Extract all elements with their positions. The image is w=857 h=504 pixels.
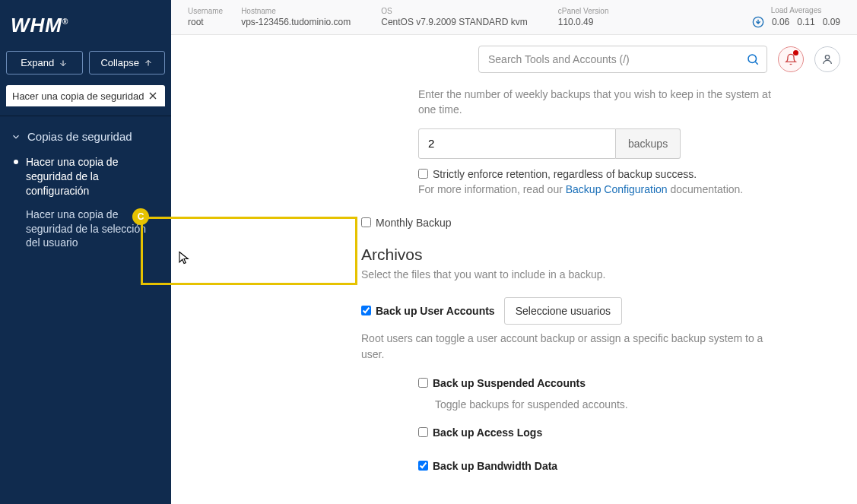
monthly-backup-row: Monthly Backup: [361, 215, 776, 230]
backup-suspended-checkbox[interactable]: [418, 378, 428, 388]
user-icon: [821, 53, 833, 65]
select-users-button[interactable]: Seleccione usuarios: [504, 297, 622, 325]
strict-retention-checkbox[interactable]: [418, 169, 428, 179]
topbar-hostname: Hostname vps-123456.tudominio.com: [241, 7, 351, 27]
backup-config-link[interactable]: Backup Configuration: [566, 183, 668, 195]
close-icon[interactable]: [147, 90, 159, 102]
bullet-icon: [14, 160, 18, 164]
bullet-icon: [14, 212, 18, 217]
main: Username root Hostname vps-123456.tudomi…: [171, 0, 857, 504]
backup-bandwidth-checkbox[interactable]: [418, 461, 428, 471]
svg-line-2: [755, 62, 757, 64]
files-heading: Archivos: [361, 246, 776, 264]
backup-suspended-label[interactable]: Back up Suspended Accounts: [433, 376, 586, 391]
expand-button[interactable]: Expand: [6, 51, 83, 74]
chevron-down-icon: [11, 132, 21, 142]
sidebar: WHM® Expand Collapse Hacer una copia de …: [0, 0, 171, 504]
topbar: Username root Hostname vps-123456.tudomi…: [171, 0, 857, 35]
arrow-up-icon: [144, 59, 153, 68]
search-input[interactable]: [478, 46, 767, 73]
nav-item-backup-config[interactable]: Hacer una copia de seguridad de la confi…: [9, 151, 162, 203]
strict-retention-row: Strictly enforce retention, regardless o…: [418, 166, 776, 182]
root-users-note: Root users can toggle a user account bac…: [361, 331, 776, 362]
callout-badge: C: [132, 208, 149, 225]
suspended-desc: Toggle backups for suspended accounts.: [435, 397, 776, 412]
strict-retention-label[interactable]: Strictly enforce retention, regardless o…: [433, 166, 697, 182]
backup-access-logs-label[interactable]: Back up Access Logs: [433, 425, 542, 440]
notification-dot: [793, 50, 798, 55]
searchbar: [171, 35, 857, 84]
monthly-backup-label[interactable]: Monthly Backup: [376, 215, 452, 230]
backup-bandwidth-label[interactable]: Back up Bandwidth Data: [433, 458, 557, 474]
backup-user-accounts-checkbox[interactable]: [361, 306, 371, 315]
download-icon: [752, 16, 764, 28]
info-text: For more information, read our Backup Co…: [418, 182, 776, 197]
input-suffix: backups: [616, 128, 681, 159]
callout-box: [141, 217, 357, 285]
active-tab[interactable]: Hacer una copia de seguridad: [6, 85, 165, 106]
cursor-icon: [177, 249, 191, 266]
content-area: Enter the number of weekly backups that …: [171, 84, 857, 496]
backup-access-logs-checkbox[interactable]: [418, 427, 428, 437]
topbar-username: Username root: [188, 7, 223, 27]
backup-user-accounts-label[interactable]: Back up User Accounts: [376, 303, 495, 319]
logo: WHM®: [0, 0, 171, 51]
search-input-wrap: [478, 46, 767, 73]
arrow-down-icon: [59, 59, 68, 68]
load-averages: Load Averages 0.06 0.11 0.09: [752, 6, 840, 28]
account-button[interactable]: [814, 46, 840, 72]
weekly-retain-input[interactable]: [418, 128, 616, 159]
nav-group-header[interactable]: Copias de seguridad: [9, 127, 162, 151]
collapse-button[interactable]: Collapse: [89, 51, 166, 74]
weekly-retain-desc: Enter the number of weekly backups that …: [418, 87, 776, 118]
topbar-os: OS CentOS v7.9.2009 STANDARD kvm: [381, 7, 528, 27]
topbar-cpanel-version: cPanel Version 110.0.49: [558, 7, 609, 27]
nav-group: Copias de seguridad Hacer una copia de s…: [0, 116, 171, 265]
monthly-backup-checkbox[interactable]: [361, 217, 371, 227]
search-icon[interactable]: [746, 52, 760, 66]
svg-point-1: [748, 55, 757, 63]
svg-point-3: [825, 55, 829, 59]
files-desc: Select the files that you want to includ…: [361, 268, 776, 281]
notifications-button[interactable]: [778, 46, 804, 72]
